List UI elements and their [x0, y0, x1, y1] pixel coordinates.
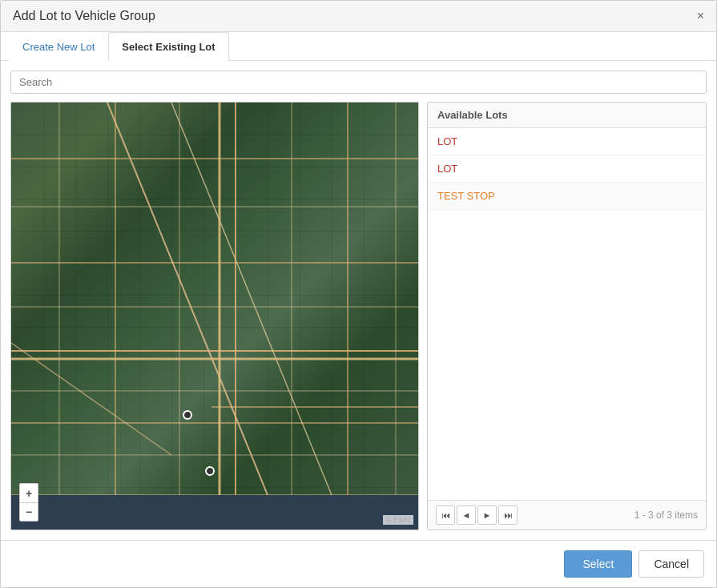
- modal-header: Add Lot to Vehicle Group ×: [1, 1, 716, 32]
- map-roads-svg: [11, 103, 418, 495]
- map-pin-1: [183, 410, 192, 420]
- select-button[interactable]: Select: [564, 550, 632, 578]
- pagination-controls: ⏮ ◄ ► ⏭: [436, 505, 518, 525]
- map-container: + − © ESRI: [10, 102, 419, 530]
- page-next-button[interactable]: ►: [477, 505, 497, 525]
- list-item[interactable]: LOT: [428, 155, 706, 183]
- content-area: + − © ESRI Available Lots LOT LOT TEST S…: [10, 102, 707, 530]
- page-first-button[interactable]: ⏮: [436, 505, 455, 525]
- page-last-button[interactable]: ⏭: [498, 505, 518, 525]
- svg-line-9: [107, 103, 268, 495]
- list-item[interactable]: LOT: [428, 128, 706, 155]
- modal-title: Add Lot to Vehicle Group: [13, 9, 155, 23]
- modal-footer: Select Cancel: [1, 540, 716, 587]
- search-bar: [10, 70, 707, 94]
- tab-create-lot[interactable]: Create New Lot: [9, 32, 108, 61]
- modal-body: + − © ESRI Available Lots LOT LOT TEST S…: [1, 61, 716, 540]
- close-button[interactable]: ×: [697, 10, 704, 22]
- list-item[interactable]: TEST STOP: [428, 183, 706, 210]
- modal-dialog: Add Lot to Vehicle Group × Create New Lo…: [0, 0, 717, 588]
- map-background[interactable]: [11, 103, 418, 495]
- tab-select-lot[interactable]: Select Existing Lot: [108, 32, 228, 61]
- lots-panel-header: Available Lots: [428, 103, 706, 128]
- page-prev-button[interactable]: ◄: [457, 505, 476, 525]
- cancel-button[interactable]: Cancel: [638, 550, 704, 578]
- search-input[interactable]: [10, 70, 707, 94]
- lots-footer: ⏮ ◄ ► ⏭ 1 - 3 of 3 items: [428, 500, 706, 530]
- map-pin-2: [205, 466, 215, 476]
- map-controls: + −: [19, 483, 38, 522]
- lots-panel: Available Lots LOT LOT TEST STOP ⏮ ◄ ► ⏭…: [427, 102, 707, 530]
- tab-bar: Create New Lot Select Existing Lot: [1, 32, 716, 61]
- lots-list: LOT LOT TEST STOP: [428, 128, 706, 500]
- svg-line-10: [171, 103, 332, 495]
- zoom-in-button[interactable]: +: [19, 483, 38, 502]
- esri-badge: © ESRI: [383, 515, 413, 525]
- zoom-out-button[interactable]: −: [19, 502, 38, 522]
- pagination-info: 1 - 3 of 3 items: [634, 509, 698, 521]
